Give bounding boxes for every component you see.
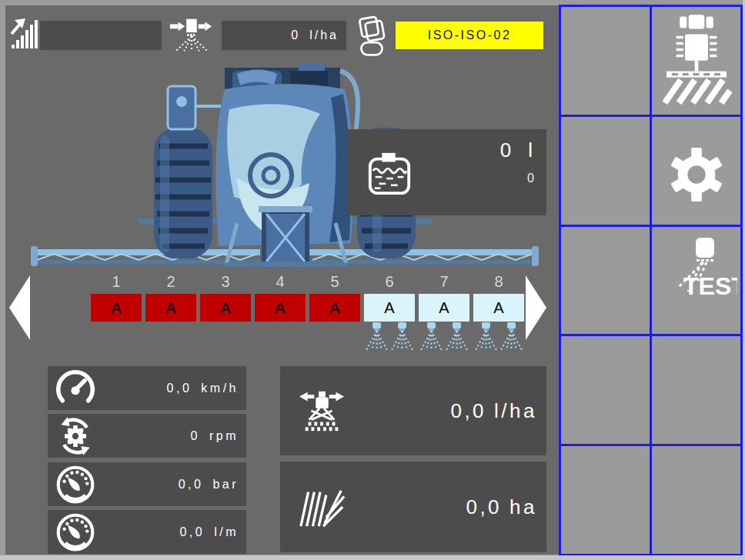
area-panel: 0,0ha [280, 462, 546, 552]
work-screen: 0 l/ha ISO-ISO-02 [5, 5, 559, 555]
section-toggle[interactable]: A [91, 294, 142, 322]
signal-strength-icon [9, 16, 40, 52]
nozzle-carousel-icon [352, 14, 392, 58]
pressure-gauge-icon [48, 465, 103, 505]
rpm-unit: rpm [209, 429, 239, 442]
tank-level-icon [365, 148, 414, 197]
section-number: 8 [494, 271, 503, 294]
boom-section-cell: 6 A [364, 271, 415, 352]
section-mode-label: A [493, 299, 503, 317]
section-mode-label: A [220, 299, 230, 317]
section-number: 2 [166, 271, 175, 294]
softkey-empty-2 [561, 117, 650, 225]
flow-value: 0,0 [179, 525, 205, 538]
softkey-empty-3 [561, 227, 650, 335]
section-number: 4 [276, 271, 284, 294]
section-number: 6 [385, 271, 393, 294]
applied-rate-panel: 0,0l/ha [280, 366, 546, 455]
section-toggle[interactable]: A [364, 294, 415, 322]
section-mode-label: A [384, 299, 394, 317]
pressure-unit: bar [212, 478, 239, 491]
softkey-empty-4 [561, 336, 650, 444]
section-toggle[interactable]: A [473, 294, 524, 322]
section-number: 7 [439, 271, 448, 294]
screen-frame-bottom [0, 555, 745, 560]
area-value: 0,0 [466, 495, 502, 518]
softkey-empty-1 [561, 7, 650, 115]
section-mode-label: A [275, 299, 285, 317]
softkey-empty-7 [652, 446, 740, 554]
flow-gauge-icon [48, 512, 103, 552]
softkey-nozzle-test-button[interactable]: TEST [652, 227, 740, 335]
speed-unit: km/h [201, 382, 239, 395]
rpm-value: 0 [191, 429, 200, 442]
tank-secondary-value: 0 [500, 172, 534, 185]
test-label: TEST [683, 272, 737, 300]
boom-section-cell: 5 A [309, 271, 360, 352]
section-toggle[interactable]: A [309, 294, 360, 322]
boom-section-cell: 2 A [145, 271, 196, 352]
boom-section-cell: 4 A [255, 271, 306, 352]
section-nozzles [473, 322, 524, 352]
section-number: 3 [221, 271, 229, 294]
flow-panel: 0,0l/m [48, 510, 246, 554]
softkey-machine-button[interactable] [652, 7, 740, 115]
terminal-screen: 0 l/ha ISO-ISO-02 [0, 0, 745, 560]
speedometer-icon [48, 368, 103, 408]
section-mode-label: A [111, 299, 121, 317]
workstate-field [40, 21, 162, 50]
device-id-text: ISO-ISO-02 [428, 28, 512, 42]
flow-unit: l/m [214, 525, 239, 538]
section-nozzles [419, 322, 469, 352]
section-mode-label: A [329, 299, 339, 317]
area-unit: ha [509, 495, 537, 518]
section-mode-label: A [439, 299, 449, 317]
softkey-empty-6 [561, 446, 650, 554]
section-mode-label: A [165, 299, 175, 317]
boom-section-cell: 3 A [200, 271, 251, 352]
section-number: 1 [112, 271, 120, 294]
device-id-badge: ISO-ISO-02 [396, 22, 543, 49]
nozzle-flow-icon [168, 15, 214, 54]
pressure-panel: 0,0bar [48, 462, 246, 506]
boom-section-cell: 7 A [419, 271, 469, 352]
field-rows-icon [280, 485, 363, 528]
section-toggle[interactable]: A [200, 294, 251, 322]
section-toggle[interactable]: A [255, 294, 306, 322]
boom-section-cell: 1 A [91, 271, 142, 352]
tractor-implement-icon [661, 13, 732, 110]
rpm-panel: 0rpm [48, 414, 246, 458]
section-toggle[interactable]: A [419, 294, 469, 322]
gear-icon [666, 145, 727, 205]
speed-panel: 0,0km/h [48, 366, 246, 410]
tank-unit: l [528, 138, 534, 162]
sprayer-icon [280, 389, 363, 432]
boom-sections: 1 A 2 A 3 A 4 A [91, 271, 523, 352]
target-rate-value: 0 [291, 28, 300, 42]
softkey-grid: TEST [559, 5, 743, 556]
rotation-gear-icon [48, 416, 103, 456]
softkey-empty-5 [652, 336, 740, 444]
boom-section-cell: 8 A [473, 271, 524, 352]
boom-prev-arrow-button[interactable] [9, 275, 30, 340]
section-number: 5 [330, 271, 339, 294]
tank-panel: 0l 0 [348, 129, 546, 215]
applied-rate-value: 0,0 [450, 399, 486, 422]
softkey-settings-button[interactable] [652, 117, 740, 225]
boom-next-arrow-button[interactable] [526, 275, 546, 340]
target-rate-unit: l/ha [309, 28, 339, 42]
pressure-value: 0,0 [179, 478, 204, 491]
speed-value: 0,0 [167, 382, 192, 395]
applied-rate-unit: l/ha [494, 399, 537, 422]
target-rate-field: 0 l/ha [222, 21, 346, 50]
section-toggle[interactable]: A [145, 294, 196, 322]
tank-value: 0 [500, 138, 513, 162]
section-nozzles [364, 322, 415, 352]
spray-test-icon: TEST [656, 236, 737, 301]
